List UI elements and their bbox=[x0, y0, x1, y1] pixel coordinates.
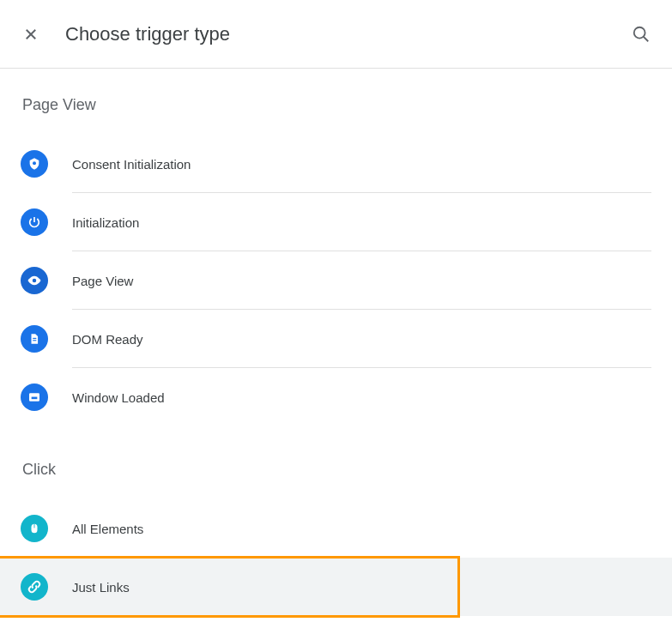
svg-point-2 bbox=[634, 27, 645, 38]
page-title: Choose trigger type bbox=[65, 23, 631, 45]
window-icon bbox=[21, 383, 48, 411]
svg-rect-10 bbox=[31, 396, 38, 400]
trigger-label: Just Links bbox=[72, 580, 130, 595]
trigger-label: DOM Ready bbox=[72, 332, 143, 347]
svg-point-4 bbox=[33, 161, 36, 165]
header: Choose trigger type bbox=[0, 0, 672, 69]
svg-point-6 bbox=[33, 279, 37, 283]
trigger-list-click: All Elements Just Links bbox=[21, 499, 651, 616]
trigger-consent-initialization[interactable]: Consent Initialization bbox=[21, 135, 651, 193]
trigger-label: All Elements bbox=[72, 522, 143, 536]
trigger-initialization[interactable]: Initialization bbox=[21, 193, 651, 251]
trigger-label: Window Loaded bbox=[72, 390, 165, 405]
shield-icon bbox=[21, 150, 48, 178]
search-icon[interactable] bbox=[631, 24, 651, 45]
eye-icon bbox=[21, 267, 48, 294]
trigger-page-view[interactable]: Page View bbox=[21, 251, 651, 310]
link-icon bbox=[21, 573, 48, 601]
trigger-window-loaded[interactable]: Window Loaded bbox=[21, 368, 651, 426]
document-icon bbox=[21, 325, 48, 353]
power-icon bbox=[21, 208, 48, 236]
section-title-page-view: Page View bbox=[21, 96, 651, 114]
trigger-label: Consent Initialization bbox=[72, 157, 191, 172]
content-area: Page View Consent Initialization bbox=[0, 69, 672, 628]
mouse-icon bbox=[21, 515, 48, 542]
svg-line-3 bbox=[644, 36, 649, 41]
section-title-click: Click bbox=[21, 461, 651, 479]
trigger-all-elements[interactable]: All Elements bbox=[21, 499, 651, 558]
trigger-list-page-view: Consent Initialization Initialization bbox=[21, 135, 651, 426]
trigger-label: Initialization bbox=[72, 215, 139, 230]
highlighted-row-wrapper: Just Links bbox=[0, 558, 672, 616]
trigger-label: Page View bbox=[72, 274, 133, 288]
close-icon[interactable] bbox=[21, 24, 41, 45]
trigger-just-links[interactable]: Just Links bbox=[21, 558, 651, 616]
trigger-dom-ready[interactable]: DOM Ready bbox=[21, 310, 651, 368]
